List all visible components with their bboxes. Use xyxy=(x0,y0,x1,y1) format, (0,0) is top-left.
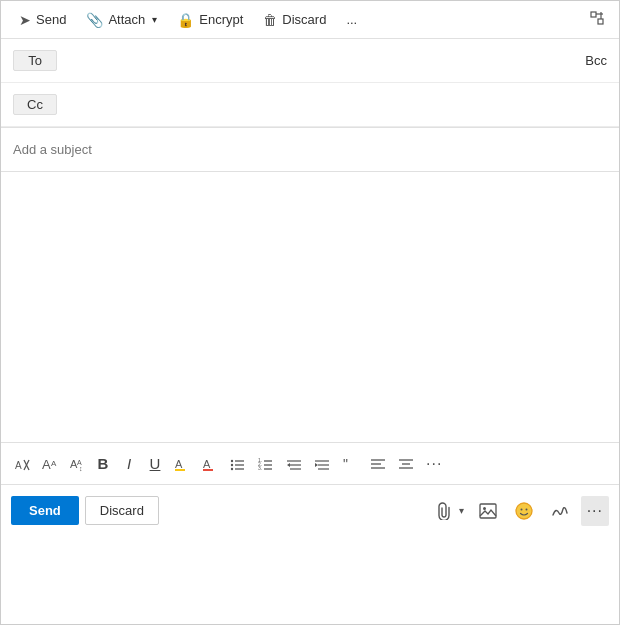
expand-icon xyxy=(589,10,605,26)
bullet-list-icon xyxy=(230,456,246,472)
action-more-button[interactable]: ··· xyxy=(581,496,609,526)
trash-icon: 🗑 xyxy=(263,12,277,28)
to-input[interactable] xyxy=(67,53,585,68)
bold-button[interactable]: B xyxy=(91,451,115,477)
encrypt-label: Encrypt xyxy=(199,12,243,27)
font-color-icon: A xyxy=(202,456,218,472)
signature-button[interactable] xyxy=(545,496,575,526)
increase-indent-button[interactable] xyxy=(309,451,335,477)
action-bar: Send Discard ▾ ··· xyxy=(1,484,619,536)
underline-button[interactable]: U xyxy=(143,451,167,477)
svg-point-44 xyxy=(483,507,486,510)
emoji-button[interactable] xyxy=(509,496,539,526)
subject-input[interactable] xyxy=(13,142,607,157)
quote-icon: " xyxy=(342,456,358,472)
quote-button[interactable]: " xyxy=(337,451,363,477)
format-toolbar: A A A A A ↕ B I U A A xyxy=(1,442,619,484)
subject-row xyxy=(1,128,619,172)
bcc-link[interactable]: Bcc xyxy=(585,53,607,68)
top-toolbar: ➤ Send 📎 Attach ▾ 🔒 Encrypt 🗑 Discard ..… xyxy=(1,1,619,39)
decrease-indent-icon xyxy=(286,456,302,472)
svg-point-47 xyxy=(525,508,527,510)
cc-row: Cc xyxy=(1,83,619,127)
svg-rect-13 xyxy=(175,469,185,471)
svg-point-45 xyxy=(516,503,532,519)
emoji-icon xyxy=(515,502,533,520)
svg-text:A: A xyxy=(51,459,57,468)
attach-icon: 📎 xyxy=(86,12,103,28)
svg-text:": " xyxy=(343,456,348,472)
clear-format-icon: A xyxy=(14,456,30,472)
italic-button[interactable]: I xyxy=(117,451,141,477)
attach-button[interactable]: 📎 Attach ▾ xyxy=(78,8,165,32)
clear-formatting-button[interactable]: A xyxy=(9,451,35,477)
svg-marker-31 xyxy=(287,463,290,467)
svg-point-20 xyxy=(231,467,233,469)
format-more-icon: ··· xyxy=(426,456,442,472)
decrease-indent-button[interactable] xyxy=(281,451,307,477)
font-size-adjust-icon: A A ↕ xyxy=(70,456,84,472)
insert-image-button[interactable] xyxy=(473,496,503,526)
send-top-button[interactable]: ➤ Send xyxy=(11,8,74,32)
cc-label: Cc xyxy=(13,94,57,115)
attach-label: Attach xyxy=(108,12,145,27)
svg-point-46 xyxy=(520,508,522,510)
discard-label: Discard xyxy=(282,12,326,27)
svg-text:A: A xyxy=(175,458,183,470)
font-size-icon: A A xyxy=(42,456,58,472)
svg-rect-1 xyxy=(598,19,603,24)
svg-rect-43 xyxy=(480,504,496,518)
attach-chevron-icon: ▾ xyxy=(152,14,157,25)
format-more-button[interactable]: ··· xyxy=(421,451,447,477)
to-label: To xyxy=(13,50,57,71)
encrypt-button[interactable]: 🔒 Encrypt xyxy=(169,8,251,32)
send-top-label: Send xyxy=(36,12,66,27)
cc-input[interactable] xyxy=(67,97,607,112)
font-size-button[interactable]: A A xyxy=(37,451,63,477)
svg-rect-0 xyxy=(591,12,596,17)
encrypt-icon: 🔒 xyxy=(177,12,194,28)
top-more-label: ... xyxy=(346,12,357,27)
send-action-button[interactable]: Send xyxy=(11,496,79,525)
svg-text:A: A xyxy=(42,457,51,472)
image-icon xyxy=(479,503,497,519)
font-size-adjust-button[interactable]: A A ↕ xyxy=(65,451,89,477)
expand-button[interactable] xyxy=(585,6,609,34)
numbered-list-button[interactable]: 1. 2. 3. xyxy=(253,451,279,477)
top-more-button[interactable]: ... xyxy=(338,8,365,31)
to-row: To Bcc xyxy=(1,39,619,83)
svg-text:A: A xyxy=(15,460,22,471)
highlight-button[interactable]: A xyxy=(169,451,195,477)
attach-dropdown-button[interactable]: ▾ xyxy=(456,496,467,526)
align-left-button[interactable] xyxy=(365,451,391,477)
discard-button[interactable]: 🗑 Discard xyxy=(255,8,334,32)
highlight-icon: A xyxy=(174,456,190,472)
font-color-button[interactable]: A xyxy=(197,451,223,477)
svg-text:A: A xyxy=(203,458,211,470)
svg-point-18 xyxy=(231,463,233,465)
discard-action-button[interactable]: Discard xyxy=(85,496,159,525)
signature-icon xyxy=(551,503,569,519)
increase-indent-icon xyxy=(314,456,330,472)
svg-rect-15 xyxy=(203,469,213,471)
send-icon: ➤ xyxy=(19,12,31,28)
svg-text:↕: ↕ xyxy=(79,465,83,472)
paperclip-icon xyxy=(436,502,452,520)
attach-icon-button[interactable] xyxy=(432,496,456,526)
numbered-list-icon: 1. 2. 3. xyxy=(258,456,274,472)
svg-marker-35 xyxy=(315,463,318,467)
svg-point-16 xyxy=(231,459,233,461)
align-center-button[interactable] xyxy=(393,451,419,477)
attach-split-button[interactable]: ▾ xyxy=(432,496,467,526)
svg-text:3.: 3. xyxy=(258,465,262,471)
align-center-icon xyxy=(398,456,414,472)
recipients-area: To Bcc Cc xyxy=(1,39,619,128)
bullet-list-button[interactable] xyxy=(225,451,251,477)
align-left-icon xyxy=(370,456,386,472)
action-more-icon: ··· xyxy=(587,502,603,520)
body-area[interactable] xyxy=(1,172,619,442)
